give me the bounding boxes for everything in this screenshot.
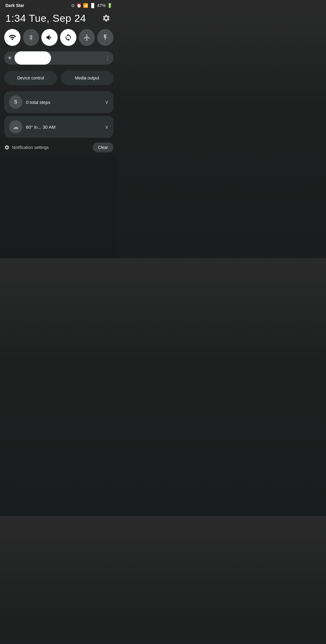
time-row: 1:34 Tue, Sep 24 <box>0 10 118 29</box>
tile-autorotate[interactable] <box>60 29 76 46</box>
control-buttons: Device control Media output <box>0 71 118 91</box>
time-date: 1:34 Tue, Sep 24 <box>5 12 86 24</box>
brightness-control[interactable]: ☀ ⋮ <box>4 51 113 65</box>
weather-chevron-icon: ∨ <box>105 124 109 130</box>
autorotate-icon <box>64 34 72 41</box>
brightness-slider-track[interactable] <box>14 51 103 65</box>
weather-app-icon: ☁ <box>9 120 22 134</box>
weather-notification-text: 60° in... 30 AM <box>26 124 101 130</box>
wifi-icon <box>8 34 16 41</box>
steps-app-icon: S <box>9 95 22 109</box>
status-bar: Dark Star ⊙ ⏰ 📶 ▐▌ 47% 🔋 <box>0 0 118 10</box>
device-name: Dark Star <box>5 3 24 8</box>
tile-sound[interactable] <box>41 29 58 46</box>
notification-settings-button[interactable]: Notification settings <box>4 145 49 150</box>
signal-icon: ▐▌ <box>90 3 96 8</box>
steps-icon-letter: S <box>14 99 18 105</box>
notification-weather[interactable]: ☁ 60° in... 30 AM ∨ <box>4 116 113 138</box>
brightness-sun-icon: ☀ <box>7 55 12 61</box>
bluetooth-icon <box>28 34 34 41</box>
status-icons: ⊙ ⏰ 📶 ▐▌ 47% 🔋 <box>71 3 112 8</box>
steps-notification-text: 0 total steps <box>26 100 101 105</box>
tile-flashlight[interactable] <box>97 29 113 46</box>
bottom-area <box>0 155 118 258</box>
tile-airplane[interactable] <box>79 29 95 46</box>
wifi-status-icon: 📶 <box>83 3 88 8</box>
battery-percent: 47% <box>97 3 106 8</box>
settings-button[interactable] <box>100 12 112 24</box>
device-control-button[interactable]: Device control <box>4 71 57 85</box>
flashlight-icon <box>102 34 109 41</box>
notifications-list: S 0 total steps ∨ ☁ 60° in... 30 AM ∨ <box>0 91 118 138</box>
compass-icon: ⊙ <box>71 3 75 8</box>
notif-settings-gear-icon <box>4 145 10 150</box>
steps-chevron-icon: ∨ <box>105 99 109 105</box>
notification-steps[interactable]: S 0 total steps ∨ <box>4 91 113 113</box>
sound-icon <box>46 34 53 41</box>
notification-settings-label: Notification settings <box>12 145 49 150</box>
quick-tiles <box>0 29 118 51</box>
airplane-icon <box>83 34 91 41</box>
gear-icon <box>102 14 110 22</box>
notification-footer: Notification settings Clear <box>0 138 118 155</box>
tile-bluetooth[interactable] <box>23 29 39 46</box>
media-output-button[interactable]: Media output <box>61 71 113 85</box>
battery-icon: 🔋 <box>107 3 112 8</box>
brightness-slider-fill <box>14 51 51 65</box>
brightness-more-icon[interactable]: ⋮ <box>105 55 110 61</box>
clear-button[interactable]: Clear <box>93 143 113 152</box>
alarm-icon: ⏰ <box>76 3 82 8</box>
tile-wifi[interactable] <box>4 29 21 46</box>
weather-icon-symbol: ☁ <box>13 123 19 130</box>
